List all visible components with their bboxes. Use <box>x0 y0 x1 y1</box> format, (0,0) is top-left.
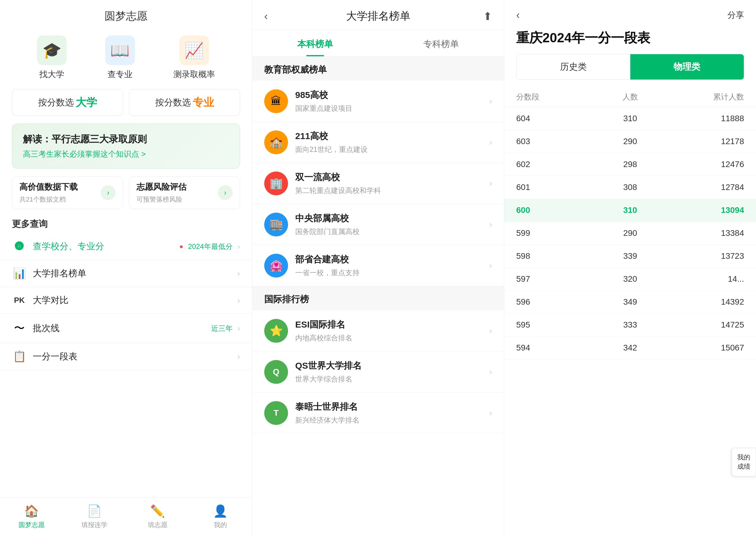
select-major-btn[interactable]: 按分数选 专业 <box>129 89 240 116</box>
banner-card[interactable]: 解读：平行志愿三大录取原则 高三考生家长必须掌握这个知识点 > <box>12 123 240 169</box>
section-edu-title: 教育部权威榜单 <box>252 56 504 81</box>
211-arrow: › <box>489 138 492 147</box>
nav-fill-record-icon: 📄 <box>87 504 102 518</box>
nav-fill-record[interactable]: 📄 填报连学 <box>63 504 126 529</box>
list-item-qs[interactable]: Q QS世界大学排名 世界大学综合排名 › <box>252 352 504 392</box>
list-item-esi[interactable]: ⭐ ESI国际排名 内地高校综合排名 › <box>252 310 504 352</box>
my-score-floating-btn[interactable]: 我的成绩 <box>732 448 756 477</box>
shuangyiliu-icon: 🏢 <box>264 172 288 195</box>
211-icon: 🏫 <box>264 130 288 154</box>
qs-icon: Q <box>264 360 288 384</box>
panel2-header: ‹ 大学排名榜单 ⬆ <box>252 0 504 30</box>
school-score-hint: 2024年最低分 <box>188 242 232 251</box>
list-item-211[interactable]: 🏫 211高校 面向21世纪，重点建设 › <box>252 122 504 163</box>
score-segment-left: 📋 一分一段表 <box>12 350 78 363</box>
university-rank-left: 📊 大学排名榜单 <box>12 267 86 280</box>
score-segment-text: 一分一段表 <box>33 351 78 363</box>
university-pk-icon: PK <box>12 296 27 305</box>
nav-fill-wish-icon: ✏️ <box>150 504 165 518</box>
university-pk-text: 大学对比 <box>33 294 69 306</box>
211-title: 211高校 <box>295 130 482 142</box>
admission-rate-item[interactable]: 📈 测录取概率 <box>173 35 215 80</box>
list-item-university-pk[interactable]: PK 大学对比 › <box>0 287 252 314</box>
nav-me-label: 我的 <box>214 520 227 529</box>
tab-physics[interactable]: 物理类 <box>630 54 744 80</box>
central-sub: 国务院部门直属高校 <box>295 227 482 236</box>
qs-arrow: › <box>489 367 492 377</box>
list-item-central[interactable]: 🏬 中央部属高校 国务院部门直属高校 › <box>252 204 504 245</box>
times-sub: 新兴经济体大学排名 <box>295 416 482 425</box>
nav-me[interactable]: 👤 我的 <box>189 504 252 529</box>
bottom-navigation: 🏠 圆梦志愿 📄 填报连学 ✏️ 填志愿 👤 我的 <box>0 497 252 536</box>
nav-fill-wish[interactable]: ✏️ 填志愿 <box>126 504 189 529</box>
times-arrow: › <box>489 408 492 418</box>
list-item-batch-line[interactable]: 〜 批次线 近三年 › <box>0 314 252 343</box>
risk-eval-left: 志愿风险评估 可预警落榜风险 <box>136 181 187 204</box>
list-item-times[interactable]: T 泰晤士世界排名 新兴经济体大学排名 › <box>252 392 504 434</box>
select-university-prefix: 按分数选 <box>38 96 74 109</box>
list-item-shuangyiliu[interactable]: 🏢 双一流高校 第二轮重点建设高校和学科 › <box>252 163 504 204</box>
tab-history[interactable]: 历史类 <box>517 54 630 80</box>
nav-fill-record-label: 填报连学 <box>81 520 108 529</box>
data-download-btn[interactable]: 高价值数据下载 共21个数据文档 › <box>12 176 123 209</box>
panel3-title: 重庆2024年一分一段表 <box>504 26 756 54</box>
panel1-title: 圆梦志愿 <box>0 0 252 29</box>
central-arrow: › <box>489 220 492 229</box>
th-count: 人数 <box>592 92 668 102</box>
check-major-label: 查专业 <box>108 69 133 80</box>
985-sub: 国家重点建设项目 <box>295 104 482 113</box>
share-button[interactable]: 分享 <box>727 10 744 21</box>
central-icon: 🏬 <box>264 213 288 236</box>
risk-eval-sub: 可预警落榜风险 <box>136 195 187 204</box>
back-icon[interactable]: ‹ <box>516 9 534 21</box>
batch-line-left: 〜 批次线 <box>12 321 59 336</box>
list-item-university-rank[interactable]: 📊 大学排名榜单 › <box>0 260 252 287</box>
table-row: 594 342 15067 <box>504 337 756 359</box>
school-score-arrow: › <box>237 242 240 251</box>
list-item-score-segment[interactable]: 📋 一分一段表 › <box>0 343 252 370</box>
select-university-btn[interactable]: 按分数选 大学 <box>12 89 123 116</box>
banner-title: 解读：平行志愿三大录取原则 <box>23 133 229 146</box>
qs-title: QS世界大学排名 <box>295 360 482 372</box>
th-score: 分数段 <box>516 92 592 102</box>
table-row: 596 349 14392 <box>504 291 756 314</box>
joint-arrow: › <box>489 261 492 270</box>
data-download-sub: 共21个数据文档 <box>19 195 78 204</box>
quick-actions-row: 🎓 找大学 📖 查专业 📈 测录取概率 <box>0 29 252 86</box>
table-header: 分数段 人数 累计人数 <box>504 87 756 107</box>
university-rank-text: 大学排名榜单 <box>33 267 86 280</box>
table-row: 602 298 12476 <box>504 153 756 176</box>
list-item-school-score[interactable]: 🅐 查学校分、专业分 ● 2024年最低分 › <box>0 233 252 260</box>
data-buttons-row: 高价值数据下载 共21个数据文档 › 志愿风险评估 可预警落榜风险 › <box>12 176 240 209</box>
batch-line-text: 批次线 <box>33 322 59 334</box>
esi-icon: ⭐ <box>264 319 288 343</box>
share-icon[interactable]: ⬆ <box>474 10 492 23</box>
risk-eval-btn[interactable]: 志愿风险评估 可预警落榜风险 › <box>129 176 240 209</box>
risk-eval-arrow: › <box>218 185 233 200</box>
batch-line-hint: 近三年 <box>211 324 233 333</box>
risk-eval-title: 志愿风险评估 <box>136 181 187 193</box>
list-item-985[interactable]: 🏛 985高校 国家重点建设项目 › <box>252 81 504 122</box>
score-table: 604 310 11888 603 290 12178 602 298 1247… <box>504 107 756 536</box>
batch-line-icon: 〜 <box>12 321 27 336</box>
central-title: 中央部属高校 <box>295 212 482 224</box>
nav-fill-wish-label: 填志愿 <box>148 520 167 529</box>
qs-content: QS世界大学排名 世界大学综合排名 <box>295 360 482 384</box>
joint-sub: 一省一校，重点支持 <box>295 268 482 278</box>
school-score-right: ● 2024年最低分 › <box>179 242 240 251</box>
admission-rate-label: 测录取概率 <box>173 69 215 80</box>
th-cumulative: 累计人数 <box>668 92 744 102</box>
nav-home[interactable]: 🏠 圆梦志愿 <box>0 504 63 529</box>
nav-home-icon: 🏠 <box>24 504 39 518</box>
back-icon[interactable]: ‹ <box>264 10 282 23</box>
tab-college[interactable]: 专科榜单 <box>378 30 504 56</box>
985-title: 985高校 <box>295 89 482 101</box>
tab-undergraduate[interactable]: 本科榜单 <box>252 30 378 56</box>
university-pk-left: PK 大学对比 <box>12 294 69 306</box>
table-row: 603 290 12178 <box>504 130 756 153</box>
check-major-item[interactable]: 📖 查专业 <box>105 35 135 80</box>
university-pk-arrow: › <box>237 296 240 305</box>
find-university-item[interactable]: 🎓 找大学 <box>37 35 67 80</box>
data-download-left: 高价值数据下载 共21个数据文档 <box>19 181 78 204</box>
list-item-joint[interactable]: 🏩 部省合建高校 一省一校，重点支持 › <box>252 245 504 286</box>
